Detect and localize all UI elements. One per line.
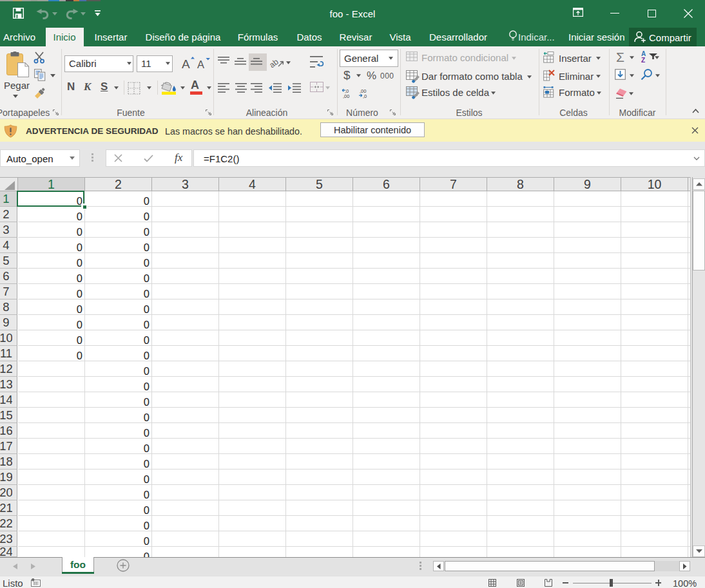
svg-text:A: A (182, 57, 190, 71)
svg-text:A: A (197, 59, 204, 70)
svg-text:Z: Z (641, 57, 645, 64)
svg-text:,00: ,00 (343, 93, 349, 99)
svg-text:,0: ,0 (363, 93, 367, 99)
